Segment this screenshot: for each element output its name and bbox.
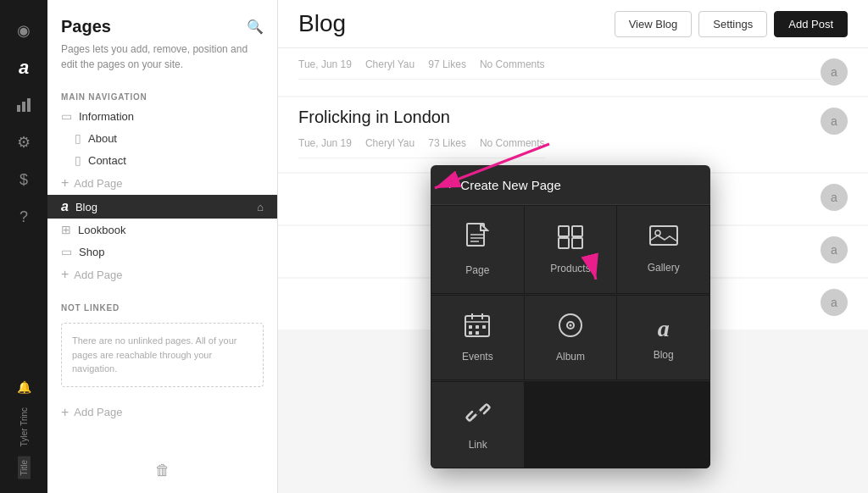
shop-icon: ▭ (61, 245, 72, 258)
svg-rect-20 (469, 331, 472, 335)
page-icon: ▯ (75, 153, 81, 167)
products-icon (557, 224, 584, 256)
svg-rect-9 (559, 238, 569, 248)
main-header: Blog View Blog Settings Add Post (278, 0, 868, 48)
modal-item-gallery[interactable]: Gallery (617, 206, 709, 293)
username-label: Tyler Trinc (19, 407, 29, 446)
help-nav-item[interactable]: ? (7, 200, 41, 234)
delete-icon[interactable]: 🗑 (155, 462, 170, 479)
link-icon (465, 399, 492, 432)
blog-icon: a (61, 199, 69, 214)
blog-post-meta: Tue, Jun 19 Cheryl Yau 97 Likes No Comme… (298, 58, 821, 80)
link-label: Link (469, 439, 487, 451)
settings-nav-item[interactable]: ⚙ (7, 125, 41, 159)
gallery-icon (649, 225, 678, 255)
modal-grid-row3: Link (431, 381, 710, 468)
header-actions: View Blog Settings Add Post (615, 11, 848, 37)
sidebar-footer: 🗑 (47, 448, 277, 493)
page-label: Page (465, 264, 489, 276)
chart-nav-item[interactable] (7, 88, 41, 122)
blog-post-row: Tue, Jun 19 Cheryl Yau 97 Likes No Comme… (278, 48, 868, 96)
plus-icon: + (61, 405, 69, 420)
svg-rect-0 (17, 105, 20, 112)
svg-line-26 (476, 411, 480, 414)
modal-title: Create New Page (460, 178, 560, 192)
modal-item-events[interactable]: Events (431, 296, 524, 379)
search-icon[interactable]: 🔍 (247, 19, 264, 35)
nav-item-contact[interactable]: ▯ Contact (47, 149, 277, 171)
page-title: Blog (298, 10, 346, 37)
events-icon (465, 313, 490, 344)
products-label: Products (550, 263, 590, 274)
modal-item-page[interactable]: Page (431, 206, 524, 293)
folder-icon: ▭ (61, 109, 72, 123)
modal-item-blog[interactable]: a Blog (617, 296, 709, 379)
sidebar-title: Pages (61, 17, 111, 36)
modal-header: + Create New Page (431, 165, 710, 205)
nav-item-blog[interactable]: a Blog ⌂ (47, 195, 277, 219)
add-page-main-button[interactable]: + Add Page (47, 263, 277, 286)
avatar: a (821, 289, 848, 316)
add-post-button[interactable]: Add Post (774, 11, 848, 37)
gallery-label: Gallery (648, 262, 680, 274)
svg-rect-1 (22, 102, 25, 112)
modal-item-link[interactable]: Link (431, 382, 524, 468)
blog-post-meta: Tue, Jun 19 Cheryl Yau 73 Likes No Comme… (298, 129, 545, 158)
eye-nav-item[interactable]: ◉ (7, 14, 41, 47)
icon-bar: ◉ a ⚙ $ ? 🔔 Tyler Trinc Title (0, 0, 47, 493)
main-content: Blog View Blog Settings Add Post Tue, Ju… (278, 0, 868, 493)
home-icon: ⌂ (257, 201, 264, 213)
events-label: Events (462, 351, 493, 363)
view-blog-button[interactable]: View Blog (615, 11, 693, 37)
modal-item-products[interactable]: Products (525, 206, 617, 293)
modal-item-album[interactable]: Album (525, 296, 617, 379)
settings-button[interactable]: Settings (698, 11, 767, 37)
plus-icon: + (61, 175, 69, 191)
svg-rect-2 (27, 98, 31, 112)
album-icon (558, 313, 583, 344)
plus-icon: + (61, 267, 69, 282)
svg-point-12 (655, 230, 660, 235)
svg-rect-21 (476, 331, 479, 335)
sidebar-description: Pages lets you add, remove, position and… (47, 42, 277, 86)
add-page-sub-button[interactable]: + Add Page (47, 171, 277, 195)
dollar-nav-item[interactable]: $ (7, 163, 41, 197)
create-new-page-modal: + Create New Page Page (431, 165, 710, 468)
nav-item-about[interactable]: ▯ About (47, 127, 277, 149)
not-linked-box: There are no unlinked pages. All of your… (61, 323, 264, 387)
page-icon (465, 223, 489, 258)
blog-label: Blog (654, 349, 674, 361)
blog-post-block: Frolicking in London Tue, Jun 19 Cheryl … (278, 97, 868, 172)
blog-post-title: Frolicking in London (298, 97, 545, 129)
svg-rect-11 (650, 226, 677, 245)
nav-item-shop[interactable]: ▭ Shop (47, 241, 277, 263)
plus-icon: + (446, 177, 453, 192)
main-nav-label: MAIN NAVIGATION (47, 86, 277, 105)
sidebar-header: Pages 🔍 (47, 0, 277, 42)
modal-grid-row2: Events Album a Blog (431, 295, 710, 380)
svg-rect-10 (572, 238, 582, 248)
svg-rect-8 (572, 226, 582, 236)
nav-item-information[interactable]: ▭ Information (47, 105, 277, 127)
nav-item-lookbook[interactable]: ⊞ Lookbook (47, 219, 277, 241)
icon-bar-bottom: 🔔 Tyler Trinc Title (7, 370, 41, 479)
album-label: Album (556, 351, 585, 363)
svg-point-24 (569, 324, 571, 327)
svg-rect-19 (482, 325, 486, 329)
svg-rect-18 (476, 325, 479, 329)
avatar: a (821, 236, 848, 263)
svg-rect-7 (559, 226, 569, 236)
modal-grid-row1: Page Products (431, 205, 710, 294)
sidebar: Pages 🔍 Pages lets you add, remove, posi… (47, 0, 278, 493)
text-nav-item[interactable]: a (7, 51, 41, 85)
not-linked-label: NOT LINKED (47, 296, 277, 316)
avatar: a (821, 184, 848, 211)
blog-modal-icon: a (658, 315, 670, 342)
avatar: a (821, 58, 848, 86)
site-title-label: Title (18, 457, 31, 479)
lookbook-icon: ⊞ (61, 223, 71, 236)
add-page-bottom-button[interactable]: + Add Page (47, 401, 277, 424)
svg-rect-17 (469, 325, 472, 329)
page-icon: ▯ (75, 131, 81, 145)
bell-nav-item[interactable]: 🔔 (7, 370, 41, 404)
